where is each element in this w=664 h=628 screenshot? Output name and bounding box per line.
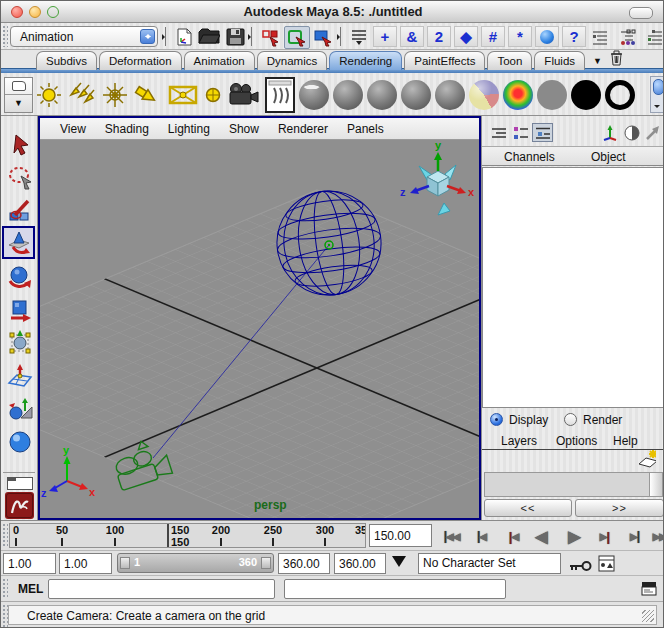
menu-set-dropdown[interactable]: Animation	[10, 26, 158, 47]
options-menu[interactable]: Options	[556, 434, 597, 448]
channel-display-mode-1[interactable]	[488, 123, 509, 142]
shelf-tab-deformation[interactable]: Deformation	[99, 51, 182, 70]
render-view-button[interactable]	[265, 77, 295, 113]
paint-select-tool-button[interactable]	[4, 194, 35, 225]
viewport-canvas[interactable]: y x z y x z persp	[40, 140, 479, 518]
use-background-button[interactable]	[571, 80, 601, 110]
step-back-key-button[interactable]: |◀	[500, 524, 527, 548]
tool-settings-toggle[interactable]	[618, 26, 638, 47]
shelf-tab-fluids[interactable]: Fluids	[534, 51, 585, 70]
open-scene-button[interactable]	[197, 26, 221, 47]
viewport-menu-show[interactable]: Show	[229, 122, 259, 136]
timeline-grip[interactable]	[2, 523, 8, 548]
area-light-button[interactable]	[167, 82, 199, 108]
play-backwards-button[interactable]: ◀	[528, 524, 555, 548]
select-tool-button[interactable]	[4, 128, 35, 159]
perspective-viewport[interactable]: View Shading Lighting Show Renderer Pane…	[38, 116, 481, 520]
status-icon-particles[interactable]: *	[508, 26, 532, 47]
animation-end-field[interactable]	[334, 553, 386, 574]
resize-grip[interactable]	[642, 610, 654, 622]
mel-result-field[interactable]	[284, 579, 506, 599]
status-icon-curve[interactable]: 2	[427, 26, 451, 47]
status-divider[interactable]	[165, 27, 166, 46]
layer-list[interactable]	[484, 472, 663, 497]
layers-menu[interactable]: Layers	[501, 434, 537, 448]
script-editor-button[interactable]	[641, 581, 657, 600]
channel-display-mode-3[interactable]	[532, 123, 553, 142]
ambient-light-button[interactable]	[36, 82, 63, 108]
prev-panel-button[interactable]: <<	[484, 499, 572, 517]
go-to-start-button[interactable]: |◀◀	[438, 524, 465, 548]
playback-start-field[interactable]	[59, 553, 112, 574]
auto-keyframe-toggle[interactable]	[568, 558, 592, 576]
shelf-selector[interactable]: ▼	[4, 77, 33, 113]
layout-shortcut-button[interactable]	[5, 492, 34, 523]
range-slider[interactable]: 1 360	[117, 553, 274, 573]
range-start-handle[interactable]	[120, 557, 130, 569]
attribute-editor-toggle[interactable]	[590, 26, 610, 47]
speed-control-button[interactable]	[621, 123, 642, 142]
playback-end-field[interactable]	[278, 553, 330, 574]
single-pane-layout-button[interactable]	[7, 477, 33, 490]
surface-shader-button[interactable]	[537, 80, 567, 110]
create-camera-button[interactable]	[227, 82, 261, 108]
hypergraph-arrow-button[interactable]	[642, 123, 663, 142]
shelf-tab-toon[interactable]: Toon	[487, 51, 532, 70]
save-scene-button[interactable]	[223, 26, 247, 47]
phong-material-button[interactable]	[401, 80, 431, 110]
status-divider[interactable]	[251, 27, 252, 46]
help-menu[interactable]: Help	[613, 434, 638, 448]
viewport-menu-shading[interactable]: Shading	[105, 122, 149, 136]
command-line-grip[interactable]	[2, 578, 8, 599]
shelf-scroll-thumb[interactable]	[653, 79, 664, 95]
shelf-tab-rendering[interactable]: Rendering	[329, 51, 402, 70]
time-slider[interactable]: 0 50 100 150 200 250 300 35 150	[9, 523, 366, 548]
show-manipulator-tool-button[interactable]	[4, 393, 35, 424]
display-radio[interactable]	[490, 413, 503, 426]
snap-list-button[interactable]	[347, 26, 371, 47]
viewport-menu-renderer[interactable]: Renderer	[278, 122, 328, 136]
select-component-mode-button[interactable]	[310, 26, 336, 49]
shelf-menu-button[interactable]: ▼	[593, 56, 602, 70]
layer-list-scrollbar[interactable]	[649, 473, 662, 496]
viewport-menu-lighting[interactable]: Lighting	[168, 122, 210, 136]
step-forward-key-button[interactable]: ▶|	[591, 524, 618, 548]
shelf-tab-dynamics[interactable]: Dynamics	[257, 51, 327, 70]
select-object-mode-button[interactable]	[284, 26, 310, 49]
scroll-down-icon[interactable]	[654, 105, 660, 111]
select-hierarchy-mode-button[interactable]	[258, 26, 284, 49]
spot-light-button[interactable]	[133, 82, 163, 109]
shader-glow-button[interactable]	[605, 80, 635, 110]
shelf-selector-menu[interactable]: ▼	[5, 94, 32, 111]
blinn-material-button[interactable]	[333, 80, 363, 110]
render-radio-label[interactable]: Render	[583, 413, 622, 427]
title-bar[interactable]: Autodesk Maya 8.5: ./untitled	[1, 1, 664, 23]
new-scene-button[interactable]	[172, 26, 196, 47]
ramp-shader-button[interactable]	[469, 80, 499, 110]
channel-box-list[interactable]	[482, 167, 664, 408]
directional-light-button[interactable]	[67, 81, 97, 109]
create-layer-button[interactable]	[636, 450, 657, 469]
next-panel-button[interactable]: >>	[575, 499, 664, 517]
current-time-field[interactable]	[369, 524, 432, 547]
rotate-tool-button[interactable]	[4, 261, 35, 292]
channel-display-mode-2[interactable]	[510, 123, 531, 142]
scale-tool-button[interactable]	[4, 294, 35, 325]
point-light-button[interactable]	[101, 82, 129, 108]
current-time-marker[interactable]	[167, 524, 169, 547]
last-tool-button[interactable]	[4, 426, 35, 457]
lasso-tool-button[interactable]	[4, 161, 35, 192]
status-divider[interactable]	[340, 27, 341, 46]
step-back-frame-button[interactable]: |◀	[468, 524, 495, 548]
universal-manipulator-button[interactable]	[4, 327, 35, 358]
shelf-tab-subdivs[interactable]: Subdivs	[36, 51, 97, 70]
status-icon-frame[interactable]: #	[481, 26, 505, 47]
viewport-menu-view[interactable]: View	[60, 122, 86, 136]
status-icon-ik-handle[interactable]: &	[400, 26, 424, 47]
shelf-delete-button[interactable]	[610, 49, 623, 70]
character-set-menu-button[interactable]	[392, 556, 406, 574]
status-line-grip[interactable]	[2, 25, 8, 47]
status-icon-render-globe[interactable]	[535, 26, 559, 47]
animation-preferences-button[interactable]	[598, 555, 615, 576]
phonge-material-button[interactable]	[435, 80, 465, 110]
